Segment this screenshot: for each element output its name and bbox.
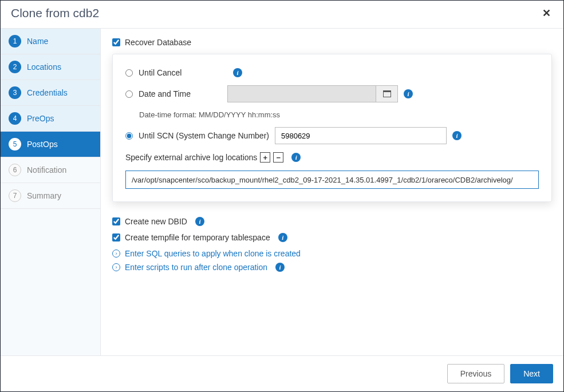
step-number: 2 <box>9 61 21 73</box>
step-number: 5 <box>9 138 21 151</box>
step-preops[interactable]: 4 PreOps <box>1 106 100 132</box>
sql-queries-label: Enter SQL queries to apply when clone is… <box>125 249 301 258</box>
step-credentials[interactable]: 3 Credentials <box>1 80 100 106</box>
step-number: 3 <box>9 86 21 99</box>
step-name[interactable]: 1 Name <box>1 29 100 54</box>
until-cancel-radio[interactable] <box>125 69 133 77</box>
until-cancel-row: Until Cancel i <box>125 68 539 77</box>
archive-locations-label: Specify external archive log locations <box>125 153 257 162</box>
date-time-label: Date and Time <box>139 89 227 98</box>
scn-input[interactable] <box>275 127 447 144</box>
step-postops[interactable]: 5 PostOps <box>1 132 100 157</box>
chevron-right-icon: › <box>112 250 120 258</box>
tempfile-row: Create tempfile for temporary tablespace… <box>112 233 552 242</box>
close-icon[interactable]: ✕ <box>540 7 553 19</box>
info-icon[interactable]: i <box>195 217 204 226</box>
until-cancel-label: Until Cancel <box>139 68 227 77</box>
step-label: Summary <box>27 191 61 200</box>
date-format-hint: Date-time format: MM/DD/YYYY hh:mm:ss <box>139 110 539 119</box>
step-label: Name <box>27 37 48 46</box>
dialog-body: 1 Name 2 Locations 3 Credentials 4 PreOp… <box>1 29 563 355</box>
archive-path-input[interactable] <box>125 171 539 189</box>
calendar-icon <box>383 90 391 97</box>
info-icon[interactable]: i <box>404 89 413 98</box>
date-time-radio[interactable] <box>125 90 133 98</box>
info-icon[interactable]: i <box>275 263 285 272</box>
scripts-link[interactable]: › Enter scripts to run after clone opera… <box>112 263 552 272</box>
step-label: Locations <box>27 62 61 72</box>
add-location-button[interactable]: + <box>260 152 270 163</box>
remove-location-button[interactable]: − <box>273 152 283 163</box>
step-number: 7 <box>9 189 21 202</box>
until-scn-label: Until SCN (System Change Number) <box>139 131 269 140</box>
scripts-label: Enter scripts to run after clone operati… <box>125 263 267 272</box>
recover-database-label: Recover Database <box>125 38 191 47</box>
dialog-header: Clone from cdb2 ✕ <box>1 1 563 29</box>
date-time-input[interactable] <box>227 85 376 102</box>
info-icon[interactable]: i <box>233 68 242 77</box>
recover-database-checkbox-row: Recover Database <box>112 38 552 47</box>
step-label: PostOps <box>27 140 58 149</box>
step-label: Notification <box>27 165 66 175</box>
step-number: 6 <box>9 164 21 176</box>
clone-wizard-dialog: Clone from cdb2 ✕ 1 Name 2 Locations 3 C… <box>1 1 563 391</box>
info-icon[interactable]: i <box>452 131 462 140</box>
main-content: Recover Database Until Cancel i Date and… <box>101 29 563 355</box>
sql-queries-link[interactable]: › Enter SQL queries to apply when clone … <box>112 249 552 258</box>
recover-panel: Until Cancel i Date and Time i Date-time… <box>112 54 552 202</box>
until-scn-radio[interactable] <box>125 132 133 140</box>
calendar-button[interactable] <box>376 85 398 102</box>
new-dbid-checkbox[interactable] <box>112 217 120 225</box>
step-label: PreOps <box>27 114 54 123</box>
tempfile-label: Create tempfile for temporary tablespace <box>125 233 270 242</box>
step-label: Credentials <box>27 88 68 97</box>
recover-database-checkbox[interactable] <box>112 38 120 46</box>
step-notification[interactable]: 6 Notification <box>1 157 100 183</box>
step-number: 1 <box>9 35 21 47</box>
dialog-footer: Previous Next <box>1 355 563 391</box>
wizard-sidebar: 1 Name 2 Locations 3 Credentials 4 PreOp… <box>1 29 101 355</box>
info-icon[interactable]: i <box>291 153 301 162</box>
new-dbid-label: Create new DBID <box>125 217 187 226</box>
step-locations[interactable]: 2 Locations <box>1 54 100 80</box>
chevron-right-icon: › <box>112 263 120 271</box>
tempfile-checkbox[interactable] <box>112 233 120 241</box>
step-summary[interactable]: 7 Summary <box>1 183 100 209</box>
date-time-row: Date and Time i <box>125 85 539 102</box>
archive-locations-row: Specify external archive log locations +… <box>125 152 539 163</box>
previous-button[interactable]: Previous <box>447 364 504 383</box>
info-icon[interactable]: i <box>278 233 287 242</box>
next-button[interactable]: Next <box>510 364 553 383</box>
step-number: 4 <box>9 112 21 125</box>
new-dbid-row: Create new DBID i <box>112 217 552 226</box>
dialog-title: Clone from cdb2 <box>11 6 99 20</box>
until-scn-row: Until SCN (System Change Number) i <box>125 127 539 144</box>
